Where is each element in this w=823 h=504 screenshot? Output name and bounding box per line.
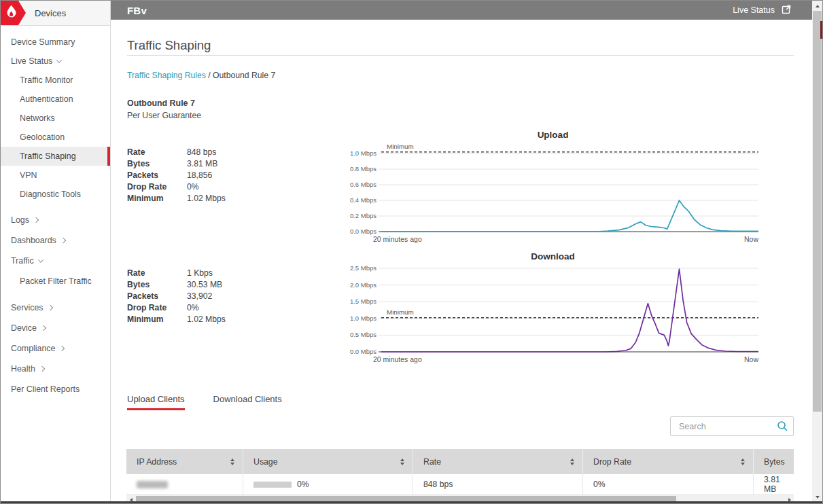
topbar: FBv Live Status xyxy=(111,1,812,20)
ip-address-cell xyxy=(126,474,243,494)
sidebar-item-label: Device xyxy=(11,323,37,333)
sidebar-item-geolocation[interactable]: Geolocation xyxy=(1,128,110,147)
sidebar-item-label: Logs xyxy=(11,215,29,225)
upload-chart: 1.0 Mbps0.8 Mbps0.6 Mbps0.4 Mbps0.2 Mbps… xyxy=(340,126,765,247)
bytes-cell: 3.81 MB xyxy=(754,474,794,494)
column-header-ip-address[interactable]: IP Address xyxy=(126,449,243,474)
live-status-label: Live Status xyxy=(733,5,775,15)
y-tick-label: 0.0 Mbps xyxy=(350,348,377,355)
upload-stats: Rate848 bps Bytes3.81 MB Packets18,856 D… xyxy=(127,146,226,204)
stat-value: 1 Kbps xyxy=(187,268,213,278)
scroll-up-button[interactable] xyxy=(812,1,822,11)
window-edge-marker xyxy=(820,21,822,39)
sidebar-item-label: Diagnostic Tools xyxy=(20,190,81,199)
sidebar-item-authentication[interactable]: Authentication xyxy=(1,90,110,109)
app-window: FBv Live Status Devices Device Summ xyxy=(0,0,823,504)
stat-label: Bytes xyxy=(127,159,187,168)
page-title: Traffic Shaping xyxy=(127,38,211,53)
y-tick-label: 1.0 Mbps xyxy=(350,314,377,322)
stat-row: Drop Rate0% xyxy=(127,181,226,192)
stat-row: Minimum1.02 Mbps xyxy=(127,313,226,325)
chevron-right-icon xyxy=(41,325,46,331)
column-header-drop-rate[interactable]: Drop Rate xyxy=(583,449,754,474)
sidebar-item-live-status[interactable]: Live Status xyxy=(1,52,110,71)
stat-label: Minimum xyxy=(127,194,187,203)
sidebar-item-label: Authentication xyxy=(20,94,73,104)
breadcrumb-link[interactable]: Traffic Shaping Rules xyxy=(127,71,206,80)
tab-upload-clients[interactable]: Upload Clients xyxy=(127,394,185,410)
stat-label: Packets xyxy=(127,170,187,180)
device-name: FBv xyxy=(127,5,147,16)
y-tick-label: 0.5 Mbps xyxy=(350,331,377,338)
sidebar-item-device[interactable]: Device xyxy=(1,318,110,338)
scroll-down-button[interactable] xyxy=(812,492,822,502)
sidebar-item-label: Traffic Shaping xyxy=(20,151,76,161)
stat-value: 848 bps xyxy=(187,147,216,157)
sidebar-item-label: Per Client Reports xyxy=(11,384,80,394)
stat-row: Bytes3.81 MB xyxy=(127,158,226,169)
sidebar-item-compliance[interactable]: Compliance xyxy=(1,338,110,359)
sidebar-item-diagnostic-tools[interactable]: Diagnostic Tools xyxy=(1,185,110,204)
stat-value: 0% xyxy=(187,303,199,312)
sort-icon[interactable] xyxy=(400,458,404,465)
magnifier-icon[interactable] xyxy=(777,420,788,432)
search-input[interactable] xyxy=(670,416,794,436)
sort-icon[interactable] xyxy=(570,458,574,465)
window-bottom-edge xyxy=(1,501,822,503)
vertical-scrollbar[interactable] xyxy=(812,1,822,503)
tab-download-clients[interactable]: Download Clients xyxy=(213,394,282,410)
chevron-right-icon xyxy=(47,305,52,310)
sidebar-item-label: VPN xyxy=(20,170,37,180)
y-tick-label: 2.0 Mbps xyxy=(350,281,377,289)
sort-icon[interactable] xyxy=(741,458,745,465)
breadcrumb: Traffic Shaping Rules / Outbound Rule 7 xyxy=(127,71,275,80)
stat-label: Packets xyxy=(127,291,187,301)
table-row[interactable]: 0% 848 bps 0% 3.81 MB xyxy=(126,474,794,494)
column-header-usage[interactable]: Usage xyxy=(243,449,413,474)
sort-icon[interactable] xyxy=(230,458,234,465)
sidebar-item-packet-filter-traffic[interactable]: Packet Filter Traffic xyxy=(1,271,110,291)
sidebar-item-dashboards[interactable]: Dashboards xyxy=(1,230,110,251)
sidebar-item-health[interactable]: Health xyxy=(1,359,110,379)
sidebar-item-services[interactable]: Services xyxy=(1,298,110,318)
stat-row: Packets33,902 xyxy=(127,290,226,302)
sidebar-item-label: Live Status xyxy=(11,56,52,66)
stat-row: Drop Rate0% xyxy=(127,302,226,313)
sidebar-item-traffic[interactable]: Traffic xyxy=(1,251,110,271)
column-label: Usage xyxy=(253,457,278,467)
chevron-right-icon xyxy=(39,366,45,372)
sidebar-item-logs[interactable]: Logs xyxy=(1,210,110,230)
external-link-icon xyxy=(781,4,792,17)
stat-value: 18,856 xyxy=(187,170,212,180)
x-axis-left-label: 20 minutes ago xyxy=(373,355,422,363)
sidebar-item-label: Networks xyxy=(20,113,55,123)
live-status-button[interactable]: Live Status xyxy=(733,4,792,17)
sidebar-item-traffic-monitor[interactable]: Traffic Monitor xyxy=(1,71,110,90)
column-header-bytes[interactable]: Bytes xyxy=(754,449,794,474)
stat-row: Minimum1.02 Mbps xyxy=(127,192,226,204)
flame-logo-icon xyxy=(1,1,27,25)
stat-value: 0% xyxy=(187,182,199,192)
sidebar-item-networks[interactable]: Networks xyxy=(1,109,110,128)
minimum-label: Minimum xyxy=(387,308,414,316)
sidebar-item-vpn[interactable]: VPN xyxy=(1,166,110,185)
sidebar-item-device-summary[interactable]: Device Summary xyxy=(1,33,110,52)
y-tick-label: 1.0 Mbps xyxy=(350,149,377,157)
minimum-label: Minimum xyxy=(387,143,414,150)
sidebar: Devices Device SummaryLive StatusTraffic… xyxy=(1,1,111,503)
vertical-scrollbar-thumb[interactable] xyxy=(813,11,822,412)
sidebar-item-traffic-shaping[interactable]: Traffic Shaping xyxy=(1,147,110,166)
stat-row: Rate848 bps xyxy=(127,146,226,158)
usage-bar xyxy=(253,482,292,488)
rule-name: Outbound Rule 7 xyxy=(127,98,201,108)
y-tick-label: 0.2 Mbps xyxy=(350,212,377,219)
title-divider xyxy=(127,55,794,56)
stat-value: 1.02 Mbps xyxy=(187,194,226,203)
sidebar-item-per-client-reports[interactable]: Per Client Reports xyxy=(1,379,110,399)
drop-rate-cell: 0% xyxy=(583,474,754,494)
column-label: Drop Rate xyxy=(593,457,631,467)
client-tabs: Upload Clients Download Clients xyxy=(127,394,282,410)
column-header-rate[interactable]: Rate xyxy=(413,449,583,474)
stat-label: Bytes xyxy=(127,280,187,289)
sidebar-item-label: Traffic xyxy=(11,256,34,266)
